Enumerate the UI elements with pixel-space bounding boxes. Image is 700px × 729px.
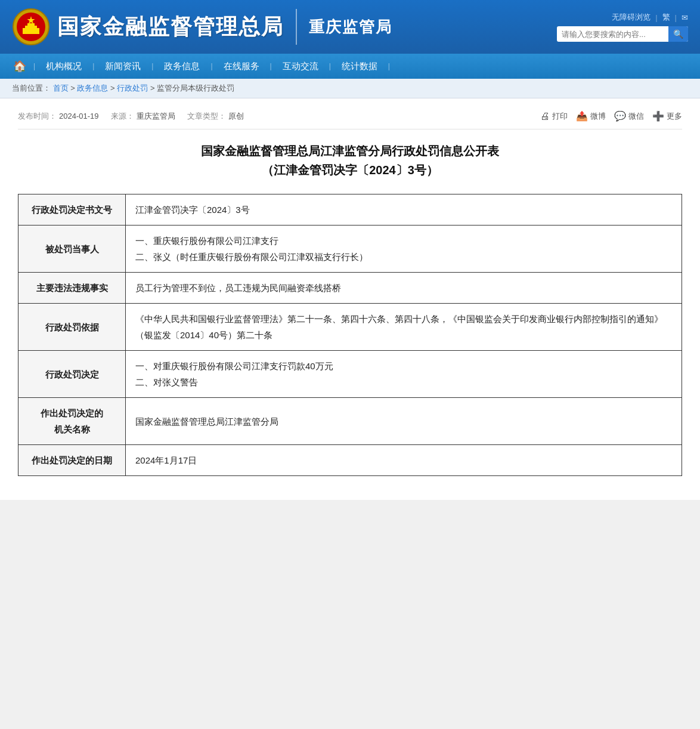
- print-label: 打印: [552, 111, 568, 122]
- breadcrumb-zhengwu[interactable]: 政务信息: [77, 84, 108, 92]
- row-label-3: 行政处罚依据: [18, 304, 126, 351]
- row-label-6: 作出处罚决定的日期: [18, 445, 126, 476]
- wechat-icon: 💬: [614, 110, 626, 122]
- action-wechat[interactable]: 💬 微信: [614, 110, 644, 122]
- table-row: 作出处罚决定的机关名称国家金融监督管理总局江津监管分局: [18, 398, 682, 445]
- accessibility-link[interactable]: 无障碍浏览: [612, 12, 651, 23]
- row-value-3: 《中华人民共和国银行业监督管理法》第二十一条、第四十六条、第四十八条，《中国银监…: [126, 304, 682, 351]
- meta-actions: 🖨 打印 📤 微博 💬 微信 ➕ 更多: [540, 110, 682, 122]
- nav-item-1[interactable]: 新闻资讯: [94, 54, 151, 79]
- row-label-5: 作出处罚决定的机关名称: [18, 398, 126, 445]
- bc-sep-3: >: [150, 84, 157, 92]
- more-label: 更多: [667, 111, 682, 122]
- row-value-2: 员工行为管理不到位，员工违规为民间融资牵线搭桥: [126, 273, 682, 304]
- type-value: 原创: [228, 111, 244, 122]
- search-button[interactable]: 🔍: [668, 26, 688, 42]
- nav-item-2[interactable]: 政务信息: [153, 54, 210, 79]
- table-row: 主要违法违规事实员工行为管理不到位，员工违规为民间融资牵线搭桥: [18, 273, 682, 304]
- meta-bar: 发布时间： 2024-01-19 来源： 重庆监管局 文章类型： 原创 🖨 打印…: [18, 110, 682, 129]
- more-icon: ➕: [652, 110, 664, 122]
- breadcrumb-current: 监管分局本级行政处罚: [157, 84, 234, 92]
- row-value-1: 一、重庆银行股份有限公司江津支行二、张义（时任重庆银行股份有限公司江津双福支行行…: [126, 226, 682, 273]
- weibo-label: 微博: [590, 111, 606, 122]
- row-label-1: 被处罚当事人: [18, 226, 126, 273]
- table-row: 行政处罚决定一、对重庆银行股份有限公司江津支行罚款40万元二、对张义警告: [18, 351, 682, 398]
- bc-sep-2: >: [110, 84, 117, 92]
- penalty-table: 行政处罚决定书文号江津金管罚决字〔2024〕3号被处罚当事人一、重庆银行股份有限…: [18, 194, 682, 476]
- row-value-0: 江津金管罚决字〔2024〕3号: [126, 194, 682, 226]
- publish-time-value: 2024-01-19: [59, 112, 99, 121]
- logo-area: 国家金融监督管理总局: [12, 8, 284, 46]
- nav-item-3[interactable]: 在线服务: [213, 54, 270, 79]
- traditional-link[interactable]: 繁: [662, 12, 670, 23]
- wechat-label: 微信: [628, 111, 644, 122]
- row-value-4: 一、对重庆银行股份有限公司江津支行罚款40万元二、对张义警告: [126, 351, 682, 398]
- row-label-4: 行政处罚决定: [18, 351, 126, 398]
- title-line1: 国家金融监督管理总局江津监管分局行政处罚信息公开表: [42, 141, 658, 160]
- breadcrumb: 当前位置： 首页 > 政务信息 > 行政处罚 > 监管分局本级行政处罚: [0, 79, 700, 98]
- action-print[interactable]: 🖨 打印: [540, 111, 568, 122]
- breadcrumb-xingzheng[interactable]: 行政处罚: [117, 84, 148, 92]
- table-row: 行政处罚决定书文号江津金管罚决字〔2024〕3号: [18, 194, 682, 226]
- table-row: 被处罚当事人一、重庆银行股份有限公司江津支行二、张义（时任重庆银行股份有限公司江…: [18, 226, 682, 273]
- breadcrumb-home[interactable]: 首页: [53, 84, 69, 92]
- publish-time-item: 发布时间： 2024-01-19: [18, 111, 99, 122]
- table-row: 作出处罚决定的日期2024年1月17日: [18, 445, 682, 476]
- action-more[interactable]: ➕ 更多: [652, 110, 682, 122]
- nav-sep-6: |: [388, 62, 390, 70]
- header-main-title: 国家金融监督管理总局: [57, 13, 284, 42]
- page-header: 国家金融监督管理总局 重庆监管局 无障碍浏览 | 繁 | ✉ 🔍: [0, 0, 700, 54]
- header-divider: [296, 9, 297, 45]
- nav-item-5[interactable]: 统计数据: [331, 54, 388, 79]
- bc-sep-1: >: [70, 84, 77, 92]
- svg-rect-4: [27, 23, 35, 26]
- mail-link[interactable]: ✉: [682, 13, 688, 22]
- header-right-area: 无障碍浏览 | 繁 | ✉ 🔍: [557, 12, 688, 42]
- sep2: |: [675, 13, 677, 22]
- search-input[interactable]: [557, 27, 668, 42]
- content-area: 发布时间： 2024-01-19 来源： 重庆监管局 文章类型： 原创 🖨 打印…: [0, 98, 700, 500]
- action-weibo[interactable]: 📤 微博: [576, 110, 606, 122]
- print-icon: 🖨: [540, 111, 550, 122]
- nav-item-4[interactable]: 互动交流: [272, 54, 329, 79]
- search-bar: 🔍: [557, 26, 688, 42]
- publish-time-label: 发布时间：: [18, 111, 57, 122]
- nav-home[interactable]: 🏠: [6, 60, 33, 73]
- header-sub-title: 重庆监管局: [309, 17, 392, 38]
- title-line2: （江津金管罚决字〔2024〕3号）: [42, 160, 658, 180]
- type-item: 文章类型： 原创: [187, 111, 244, 122]
- svg-rect-2: [23, 28, 39, 34]
- nav-item-0[interactable]: 机构概况: [35, 54, 92, 79]
- source-label: 来源：: [111, 111, 134, 122]
- nav-bar: 🏠 | 机构概况 | 新闻资讯 | 政务信息 | 在线服务 | 互动交流 | 统…: [0, 54, 700, 79]
- source-value: 重庆监管局: [137, 111, 175, 122]
- weibo-icon: 📤: [576, 110, 588, 122]
- row-value-6: 2024年1月17日: [126, 445, 682, 476]
- type-label: 文章类型：: [187, 111, 226, 122]
- breadcrumb-prefix: 当前位置：: [12, 84, 51, 92]
- row-value-5: 国家金融监督管理总局江津监管分局: [126, 398, 682, 445]
- national-emblem: [12, 8, 50, 46]
- sep1: |: [655, 13, 657, 22]
- article-title: 国家金融监督管理总局江津监管分局行政处罚信息公开表 （江津金管罚决字〔2024〕…: [18, 141, 682, 180]
- source-item: 来源： 重庆监管局: [111, 111, 175, 122]
- table-row: 行政处罚依据《中华人民共和国银行业监督管理法》第二十一条、第四十六条、第四十八条…: [18, 304, 682, 351]
- row-label-2: 主要违法违规事实: [18, 273, 126, 304]
- row-label-0: 行政处罚决定书文号: [18, 194, 126, 226]
- top-links: 无障碍浏览 | 繁 | ✉: [612, 12, 688, 23]
